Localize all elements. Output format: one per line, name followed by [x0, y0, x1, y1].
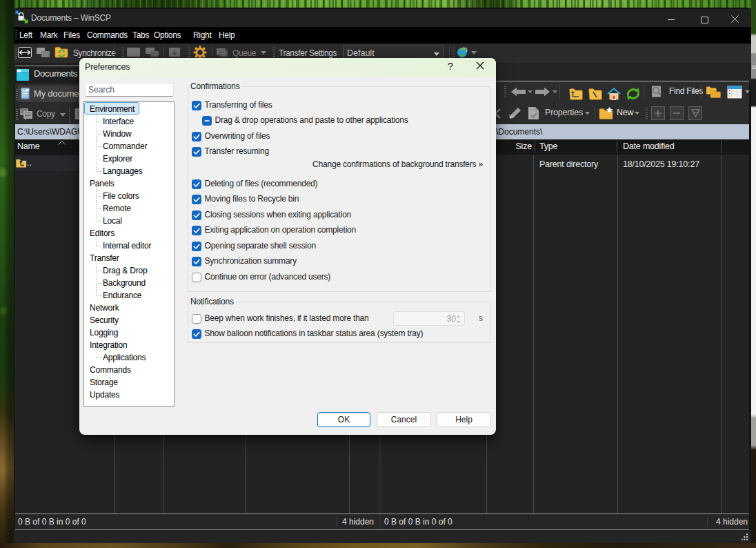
svg-text:?: ?: [448, 61, 453, 72]
